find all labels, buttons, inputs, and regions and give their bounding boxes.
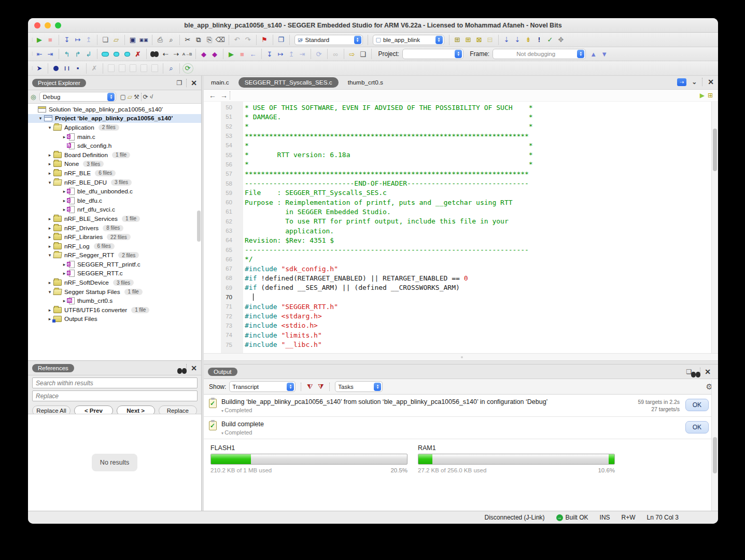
new-file-button[interactable] [100, 35, 111, 45]
debug-run-to-cursor-icon[interactable] [297, 49, 308, 59]
tree-item[interactable]: ▸nRF_BLE6 files [28, 169, 201, 178]
code-line[interactable]: 67#include "sdk_config.h" [204, 264, 711, 273]
tree-item[interactable]: ▸nRF_SoftDevice3 files [28, 278, 201, 287]
clean-icon[interactable] [474, 35, 485, 45]
debug-step-into-icon[interactable] [264, 49, 275, 59]
frame-dropdown[interactable]: Not debugging ▲▼ [493, 49, 586, 59]
output-scrollbar[interactable] [711, 380, 718, 511]
code-line[interactable]: 71#include "SEGGER_RTT.h" [204, 302, 711, 311]
frame-up-icon[interactable] [588, 49, 599, 59]
filter-warnings-icon[interactable] [315, 382, 326, 392]
show-errors-icon[interactable] [534, 35, 545, 45]
disclosure-open-icon[interactable]: ▾ [47, 125, 53, 130]
readwrite-indicator[interactable]: R+W [622, 514, 636, 521]
tree-item[interactable]: ▸Board Definition1 file [28, 150, 201, 160]
show-execution-icon[interactable] [330, 49, 341, 59]
disclosure-open-icon[interactable]: ▾ [47, 180, 53, 185]
close-icon[interactable] [708, 78, 714, 86]
step-over-icon[interactable] [73, 35, 83, 45]
toggle-comment-icon[interactable] [83, 49, 94, 59]
find-previous-icon[interactable] [160, 49, 171, 59]
code-line[interactable]: 69#if (defined __SES_ARM) || (defined __… [204, 283, 711, 292]
float-panel-icon[interactable] [177, 79, 182, 87]
editor-horizontal-scrollbar[interactable] [204, 353, 718, 360]
editor-vertical-scrollbar[interactable] [711, 102, 718, 353]
search-input[interactable] [32, 377, 198, 388]
next-bookmark-icon[interactable] [209, 49, 220, 59]
navigate-forward-icon[interactable] [220, 91, 228, 100]
code-line[interactable]: 61 in SEGGER Embedded Studio. [204, 207, 711, 216]
prev-bookmark-icon[interactable] [199, 49, 209, 59]
unindent-icon[interactable] [34, 49, 45, 59]
code-line[interactable]: 66*/ [204, 255, 711, 264]
options-icon[interactable] [120, 93, 125, 101]
disclosure-open-icon[interactable]: ▾ [47, 253, 53, 258]
tasks-dropdown[interactable]: Tasks ▲▼ [335, 381, 383, 392]
horizontal-splitter[interactable] [204, 360, 718, 365]
tree-item[interactable]: ▸None3 files [28, 160, 201, 169]
ok-button[interactable]: OK [685, 421, 709, 433]
vcs-show-changes-icon[interactable] [166, 63, 177, 74]
build-status[interactable]: Built OK [556, 514, 588, 521]
jump-to-location-icon[interactable] [677, 78, 686, 86]
copy-button[interactable] [193, 35, 204, 45]
code-line[interactable]: 68#if !defined(RETARGET_ENABLED) || RETA… [204, 273, 711, 283]
code-line[interactable]: 50* USE OF THIS SOFTWARE, EVEN IF ADVISE… [204, 103, 711, 112]
tree-item[interactable]: ▸nrf_dfu_svci.c [28, 205, 201, 215]
close-icon[interactable] [191, 364, 197, 372]
step-out-icon[interactable] [83, 35, 94, 45]
tree-item[interactable]: sdk_config.h [28, 141, 201, 150]
build-icon[interactable] [452, 35, 463, 45]
debug-step-out-icon[interactable] [286, 49, 297, 59]
code-line[interactable]: 62 To use RTT for printf output, include… [204, 217, 711, 226]
select-block-icon[interactable] [100, 49, 111, 59]
disclosure-closed-icon[interactable]: ▸ [47, 161, 53, 166]
tree-item[interactable]: ▸SEGGER_RTT.c [28, 269, 201, 278]
run-marker-icon[interactable] [700, 92, 705, 99]
code-line[interactable]: 54** [204, 141, 711, 150]
tree-item[interactable]: ▾Project ‘ble_app_blinky_pca10056_s140’ [28, 114, 201, 123]
code-area[interactable]: 50* USE OF THIS SOFTWARE, EVEN IF ADVISE… [204, 103, 711, 349]
cascade-windows-icon[interactable] [276, 35, 287, 45]
build-and-run-icon[interactable] [259, 35, 270, 45]
shift-selection-right-icon[interactable] [122, 49, 133, 59]
close-icon[interactable] [191, 79, 197, 87]
replace-icon[interactable] [182, 49, 193, 59]
code-line[interactable]: 60Purpose : Reimplementation of printf, … [204, 198, 711, 207]
stop-button[interactable] [45, 35, 56, 45]
insert-mode-indicator[interactable]: INS [600, 514, 610, 521]
uncomment-icon[interactable] [73, 49, 83, 59]
run-button[interactable] [34, 35, 45, 45]
verify-icon[interactable] [545, 35, 556, 45]
filter-errors-icon[interactable] [304, 382, 315, 392]
code-line[interactable]: 65--------------------------------------… [204, 245, 711, 254]
code-line[interactable]: 70 [204, 292, 711, 302]
rebuild-icon[interactable] [463, 35, 474, 45]
show-next-statement-icon[interactable] [358, 49, 369, 59]
disable-breakpoints-icon[interactable] [62, 63, 73, 74]
comment-icon[interactable] [62, 49, 73, 59]
sync-icon[interactable] [143, 93, 148, 101]
debug-loop-icon[interactable] [314, 49, 325, 59]
active-project-dropdown[interactable]: ble_app_blink ▲▼ [373, 35, 444, 45]
disclosure-closed-icon[interactable]: ▸ [47, 244, 53, 249]
redo-button[interactable] [243, 35, 254, 45]
tree-item[interactable]: ▸nRF_Drivers8 files [28, 223, 201, 233]
new-breakpoint-icon[interactable] [51, 63, 62, 74]
navigate-back-icon[interactable] [209, 91, 216, 100]
close-icon[interactable] [705, 368, 711, 376]
tree-item[interactable]: ▸main.c [28, 132, 201, 142]
tree-item[interactable]: ▸ble_dfu.c [28, 196, 201, 205]
debug-restart-icon[interactable] [248, 49, 259, 59]
print-preview-button[interactable] [166, 35, 177, 45]
clear-selection-icon[interactable] [133, 49, 144, 59]
debug-step-over-icon[interactable] [275, 49, 286, 59]
disclosure-closed-icon[interactable]: ▸ [47, 307, 53, 313]
vcs-revert-icon[interactable] [128, 63, 138, 74]
project-dropdown[interactable]: ▲▼ [402, 49, 463, 59]
disclosure-open-icon[interactable]: ▾ [47, 289, 53, 295]
disclosure-closed-icon[interactable]: ▸ [47, 216, 53, 221]
next-error-icon[interactable] [501, 35, 512, 45]
drag-hand-icon[interactable] [556, 35, 567, 45]
build-marker-icon[interactable] [708, 92, 713, 99]
